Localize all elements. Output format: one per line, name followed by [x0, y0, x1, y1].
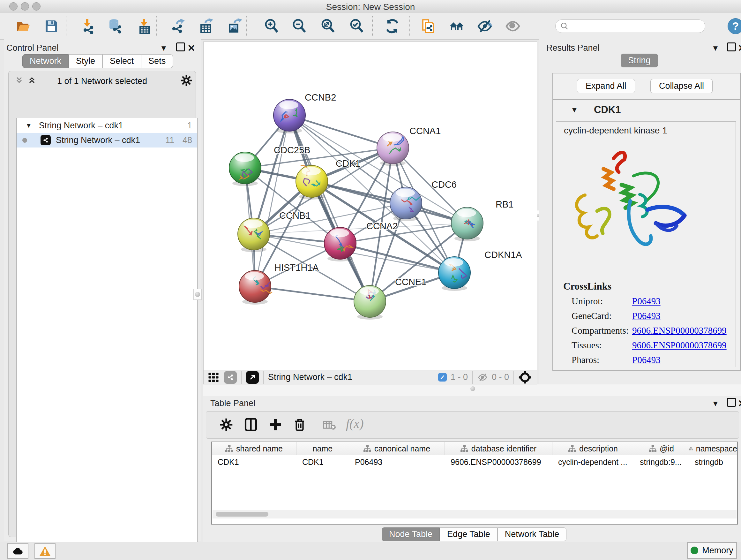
protein-description: cyclin-dependent kinase 1 [564, 125, 667, 136]
tab-node-table[interactable]: Node Table [382, 527, 440, 541]
status-bar: Memory [0, 542, 741, 560]
expand-all-button[interactable]: Expand All [577, 79, 635, 93]
memory-button[interactable]: Memory [687, 542, 737, 559]
network-row[interactable]: String Network – cdk1 11 48 [17, 133, 197, 147]
network-share-icon [41, 135, 51, 145]
control-panel-title: Control Panel [6, 43, 59, 53]
add-column-icon[interactable] [269, 418, 282, 431]
tab-style[interactable]: Style [69, 54, 103, 68]
graph-node-label: CCNA1 [409, 126, 441, 136]
hierarchy-icon [225, 445, 233, 452]
search-icon [560, 22, 569, 30]
import-network-icon[interactable] [80, 18, 95, 34]
crosslink-label: Tissues: [571, 340, 602, 351]
warning-icon [40, 546, 51, 556]
tab-edge-table[interactable]: Edge Table [440, 527, 497, 541]
table-row[interactable]: CDK1 CDK1 P06493 9606.ENSP00000378699 cy… [212, 455, 737, 469]
crosslink-tissues-link[interactable]: 9606.ENSP00000378699 [632, 340, 727, 351]
tab-string[interactable]: String [621, 54, 658, 67]
houses-icon[interactable] [449, 18, 464, 34]
network-options-gear-icon[interactable] [180, 74, 192, 86]
show-columns-icon[interactable] [244, 417, 258, 432]
show-panels-icon[interactable] [505, 18, 521, 34]
results-buttons-box: Expand All Collapse All [552, 73, 741, 100]
column-header[interactable]: description [552, 442, 634, 455]
tab-network[interactable]: Network [22, 54, 69, 68]
delete-column-icon[interactable] [293, 417, 307, 432]
crosslink-label: Uniprot: [571, 296, 603, 307]
refresh-icon[interactable] [385, 18, 400, 34]
import-network-database-icon[interactable] [108, 18, 123, 34]
graph-node-label: HIST1H1A [274, 262, 319, 273]
graph-node-label: CCNB1 [279, 210, 311, 221]
graph-node-label: CDC25B [274, 145, 310, 155]
column-header[interactable]: canonical name [349, 442, 445, 455]
collapse-all-button[interactable]: Collapse All [650, 79, 713, 93]
collection-expand-icon[interactable]: ▼ [25, 122, 32, 129]
column-header[interactable]: name [296, 442, 349, 455]
string-documents-icon[interactable] [420, 18, 435, 34]
crosslink-genecard-link[interactable]: P06493 [632, 311, 661, 321]
horizontal-splitter-handle[interactable] [470, 386, 475, 391]
export-image-icon[interactable] [227, 18, 242, 34]
zoom-fit-icon[interactable] [320, 18, 336, 34]
column-header[interactable]: @id [634, 442, 689, 455]
export-network-icon[interactable] [170, 18, 185, 34]
tab-sets[interactable]: Sets [141, 54, 173, 68]
tab-select[interactable]: Select [103, 54, 141, 68]
search-input[interactable] [555, 19, 705, 33]
column-header[interactable]: namespace [689, 442, 737, 455]
network-label: String Network – cdk1 [56, 135, 140, 145]
help-button[interactable]: ? [728, 18, 741, 34]
table-panel-menu-icon[interactable]: ▼ [712, 399, 719, 408]
column-header[interactable]: database identifier [445, 442, 552, 455]
import-table-icon[interactable] [137, 18, 152, 34]
left-splitter-handle[interactable] [193, 289, 202, 300]
network-view-toolbar: String Network – cdk1 ✓ 1 - 0 0 - 0 [203, 370, 537, 384]
crosslink-compartments-link[interactable]: 9606.ENSP00000378699 [632, 325, 727, 336]
control-panel-float-icon[interactable] [176, 43, 185, 51]
main-toolbar: ? [0, 13, 741, 40]
zoom-selected-icon[interactable] [349, 18, 364, 34]
zoom-in-icon[interactable] [264, 18, 279, 34]
horizontal-splitter[interactable] [203, 384, 741, 396]
control-panel-menu-icon[interactable]: ▼ [160, 44, 167, 53]
hidden-eye-slash-icon [477, 372, 488, 382]
network-badge-share-icon[interactable] [224, 371, 237, 384]
hierarchy-icon [568, 445, 576, 452]
network-view-title: String Network – cdk1 [268, 372, 352, 382]
column-header[interactable]: shared name [212, 442, 296, 455]
results-panel-float-icon[interactable] [727, 43, 736, 51]
crosslink-label: Pharos: [571, 355, 599, 365]
hide-panels-icon[interactable] [477, 18, 492, 34]
open-session-icon[interactable] [16, 18, 31, 34]
toolbar-separator [409, 16, 410, 36]
tab-network-table[interactable]: Network Table [497, 527, 567, 541]
selected-checkbox-icon[interactable]: ✓ [438, 373, 447, 381]
open-in-window-icon[interactable] [246, 371, 259, 384]
table-horizontal-scrollbar[interactable] [212, 510, 737, 518]
grid-view-icon[interactable] [208, 372, 219, 383]
function-builder-icon: f(x) [346, 416, 364, 431]
table-panel-float-icon[interactable] [727, 398, 736, 407]
save-session-icon[interactable] [44, 18, 59, 34]
network-collection-row[interactable]: ▼ String Network – cdk1 1 [17, 118, 197, 133]
cloud-status-button[interactable] [7, 543, 28, 559]
results-panel-close-icon[interactable]: ✕ [738, 43, 741, 54]
graph-node-label: CDK1 [336, 159, 360, 169]
crosslink-uniprot-link[interactable]: P06493 [632, 296, 661, 307]
table-gear-icon[interactable] [219, 418, 233, 431]
protein-collapse-icon[interactable]: ▼ [570, 105, 578, 114]
scrollbar-thumb[interactable] [216, 512, 268, 516]
fit-target-icon[interactable] [518, 371, 532, 384]
results-panel-menu-icon[interactable]: ▼ [712, 44, 719, 53]
export-table-icon[interactable] [199, 18, 214, 34]
table-panel-close-icon[interactable]: ✕ [738, 398, 741, 409]
network-graph[interactable]: CCNB2CCNA1CDC25BCDK1CDC6RB1CCNB1CCNA2CDK… [203, 42, 537, 370]
zoom-out-icon[interactable] [292, 18, 307, 34]
warning-status-button[interactable] [35, 543, 56, 559]
crosslink-pharos-link[interactable]: P06493 [632, 355, 661, 365]
control-panel-close-icon[interactable]: ✕ [187, 43, 195, 54]
protein-name: CDK1 [594, 104, 621, 116]
network-status-dot [22, 138, 27, 143]
